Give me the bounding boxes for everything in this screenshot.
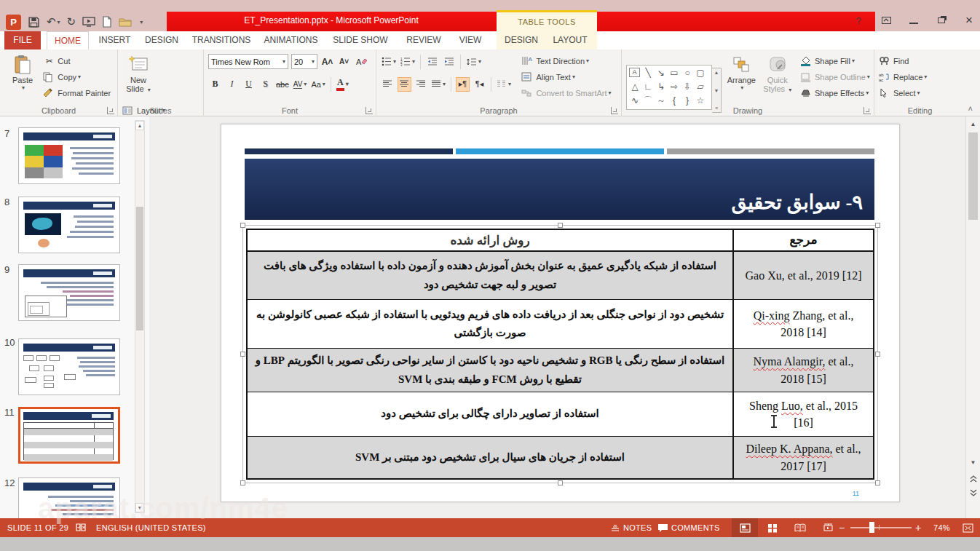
arrange-button[interactable]: Arrange ▾ xyxy=(724,52,759,102)
slide-title-placeholder[interactable]: ۹- سوابق تحقیق xyxy=(245,159,874,220)
table-handle-left[interactable] xyxy=(240,352,245,357)
shape-elbow-icon[interactable]: ∟ xyxy=(641,80,655,94)
table-cell-ref-5[interactable]: Dileep K. Appana, et al., 2017 [17] xyxy=(732,436,873,478)
shape-effects-button[interactable]: Shape Effects▾ xyxy=(800,86,870,100)
thumbnail-scrollbar-thumb[interactable] xyxy=(136,207,143,330)
thumbnail-scrollbar[interactable]: ▲ ▼ xyxy=(135,120,145,513)
comments-button[interactable]: COMMENTS xyxy=(657,518,720,537)
table-header-ref[interactable]: مرجع xyxy=(732,230,873,252)
collapse-ribbon-button[interactable]: ˄ xyxy=(968,104,973,113)
customize-qat-dropdown[interactable]: ▾ xyxy=(138,14,143,30)
tab-table-design[interactable]: DESIGN xyxy=(499,31,543,49)
copy-button[interactable]: Copy▾ xyxy=(43,70,111,84)
shape-brace-left-icon[interactable]: { xyxy=(668,94,681,108)
shape-arrow-icon[interactable]: ↘ xyxy=(655,66,668,80)
justify-button[interactable]: ▾ xyxy=(431,77,446,92)
tab-animations[interactable]: ANIMATIONS xyxy=(260,31,322,49)
fit-slide-to-window-button[interactable] xyxy=(957,518,979,537)
font-size-combobox[interactable]: 20▾ xyxy=(291,54,317,69)
minimize-button[interactable] xyxy=(907,15,920,26)
ribbon-display-options-button[interactable] xyxy=(880,15,893,26)
bullets-button[interactable]: ▾ xyxy=(381,55,397,69)
right-to-left-direction-button[interactable]: ¶◂ xyxy=(473,77,486,92)
quick-styles-button[interactable]: Quick Styles ▾ xyxy=(762,52,794,102)
decrease-font-size-button[interactable]: A˅ xyxy=(337,55,351,69)
slide-canvas[interactable]: ۹- سوابق تحقیق روش ارائه شده مرجع استفاد… xyxy=(221,124,900,502)
find-button[interactable]: Find xyxy=(879,54,927,68)
undo-dropdown-icon[interactable]: ▾ xyxy=(58,19,60,25)
zoom-slider-handle[interactable] xyxy=(869,522,874,533)
format-painter-button[interactable]: Format Painter xyxy=(43,86,111,100)
table-cell-ref-1[interactable]: Gao Xu, et al., 2019 [12] xyxy=(732,252,873,299)
shape-elbow-arrow-icon[interactable]: ↳ xyxy=(655,80,668,94)
bold-button[interactable]: B xyxy=(208,77,222,92)
tab-view[interactable]: VIEW xyxy=(453,31,488,49)
thumbnail-scroll-down-icon[interactable]: ▼ xyxy=(135,503,144,512)
align-text-button[interactable]: Align Text▾ xyxy=(521,70,611,84)
table-handle-bottom-center[interactable] xyxy=(558,480,563,485)
shape-curve-icon[interactable]: ～ xyxy=(655,94,668,108)
thumbnail-scroll-up-icon[interactable]: ▲ xyxy=(135,121,144,130)
columns-button[interactable]: ▾ xyxy=(496,77,512,92)
paste-button[interactable]: Paste ▾ xyxy=(4,52,41,102)
tab-home[interactable]: HOME xyxy=(47,31,89,49)
shape-star-icon[interactable]: ☆ xyxy=(694,94,707,108)
table-handle-top-left[interactable] xyxy=(240,223,245,228)
text-direction-button[interactable]: AText Direction▾ xyxy=(521,54,611,68)
clipboard-dialog-launcher[interactable] xyxy=(107,107,114,114)
slide-thumbnail-9[interactable] xyxy=(18,264,120,321)
tab-file[interactable]: FILE xyxy=(4,31,41,49)
tab-insert[interactable]: INSERT xyxy=(95,31,135,49)
shape-triangle-icon[interactable]: △ xyxy=(628,80,641,94)
align-right-button[interactable] xyxy=(414,77,428,92)
new-slide-button[interactable]: New Slide ▾ xyxy=(122,52,154,102)
tab-design[interactable]: DESIGN xyxy=(141,31,183,49)
table-handle-bottom-left[interactable] xyxy=(240,480,245,485)
save-button[interactable] xyxy=(28,14,40,30)
slide-thumbnail-8[interactable] xyxy=(18,197,120,253)
start-from-beginning-button[interactable] xyxy=(82,14,95,30)
shape-scribble-icon[interactable]: ∿ xyxy=(628,94,641,108)
slide-sorter-view-button[interactable] xyxy=(759,518,786,537)
drawing-dialog-launcher[interactable] xyxy=(864,107,871,114)
align-left-button[interactable] xyxy=(381,77,395,92)
shape-outline-button[interactable]: Shape Outline▾ xyxy=(800,70,870,84)
cut-button[interactable]: ✂Cut xyxy=(43,54,111,68)
close-button[interactable]: × xyxy=(963,15,976,26)
help-button[interactable]: ? xyxy=(852,15,865,26)
table-cell-ref-2[interactable]: Qi-xing Zhang, et al., 2018 [14] xyxy=(732,299,873,348)
convert-to-smartart-button[interactable]: Convert to SmartArt▾ xyxy=(521,86,611,100)
numbering-button[interactable]: 123▾ xyxy=(400,55,416,69)
shape-freeform-icon[interactable]: ▱ xyxy=(694,80,707,94)
open-folder-button[interactable] xyxy=(119,14,132,30)
increase-font-size-button[interactable]: A˄ xyxy=(320,55,334,69)
slide-thumbnail-10[interactable] xyxy=(18,338,120,395)
font-family-combobox[interactable]: Times New Rom▾ xyxy=(208,54,288,69)
tab-table-layout[interactable]: LAYOUT xyxy=(548,31,593,49)
scrollbar-thumb[interactable] xyxy=(968,132,978,220)
clear-formatting-button[interactable]: A xyxy=(354,55,368,69)
new-file-button[interactable] xyxy=(102,14,112,30)
slide-thumbnail-7[interactable] xyxy=(18,127,120,184)
next-slide-button[interactable] xyxy=(968,489,979,501)
table-handle-bottom-right[interactable] xyxy=(875,480,880,485)
shape-oval-icon[interactable]: ○ xyxy=(681,66,694,80)
shape-fill-button[interactable]: Shape Fill▾ xyxy=(800,54,870,68)
reading-view-button[interactable] xyxy=(787,518,813,537)
zoom-level[interactable]: 74% xyxy=(933,518,950,537)
strikethrough-button[interactable]: abc xyxy=(275,77,290,92)
zoom-out-button[interactable]: − xyxy=(839,518,845,537)
shape-arc-icon[interactable]: ⌒ xyxy=(641,94,655,108)
language-indicator[interactable]: ENGLISH (UNITED STATES) xyxy=(96,518,206,537)
restore-button[interactable] xyxy=(935,15,948,26)
shape-block-arrow-right-icon[interactable]: ⇨ xyxy=(668,80,681,94)
undo-button[interactable]: ↶▾ xyxy=(47,14,60,30)
table-handle-top-center[interactable] xyxy=(558,223,563,228)
redo-button[interactable]: ↻ xyxy=(67,14,76,30)
normal-view-button[interactable] xyxy=(732,518,758,537)
table-cell-method-4[interactable]: استفاده از تصاویر دارای چگالی برای تشخیص… xyxy=(248,392,732,436)
line-spacing-button[interactable]: ▾ xyxy=(465,55,482,69)
align-center-button[interactable] xyxy=(398,77,411,92)
decrease-indent-button[interactable] xyxy=(425,55,439,69)
character-spacing-button[interactable]: AV▾ xyxy=(293,77,308,92)
